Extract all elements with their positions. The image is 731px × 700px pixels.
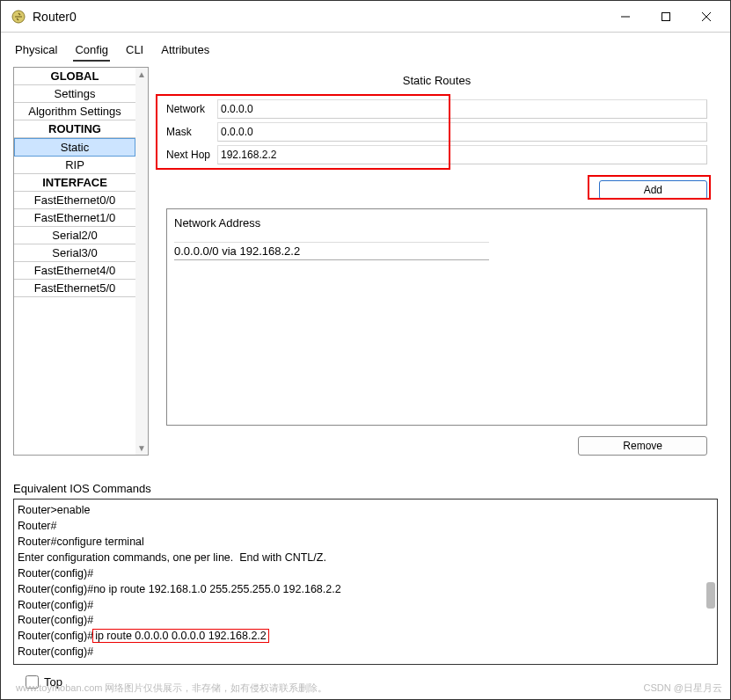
ios-line: Router>enable [18,504,90,516]
route-list: Network Address 0.0.0.0/0 via 192.168.2.… [166,208,707,426]
ios-label: Equivalent IOS Commands [13,464,718,499]
ios-line: Enter configuration commands, one per li… [18,551,326,564]
sidebar-header-global: GLOBAL [14,68,135,85]
ios-line: Router(config)# [18,567,93,580]
sidebar-header-interface: INTERFACE [14,174,135,192]
ios-line: Router#configure terminal [18,536,144,548]
titlebar: Router0 [1,1,730,33]
route-list-label: Network Address [174,216,699,230]
sidebar-item-fe10[interactable]: FastEthernet1/0 [14,209,135,227]
network-input[interactable] [217,99,707,119]
ios-line: Router(config)# [18,599,93,611]
ios-line: Router(config)#no ip route 192.168.1.0 2… [18,583,341,595]
svg-rect-2 [662,12,670,20]
panel-title: Static Routes [156,67,718,94]
scroll-down-icon[interactable]: ▼ [135,441,148,455]
sidebar-item-s20[interactable]: Serial2/0 [14,227,135,244]
ios-line: Router(config)# [18,645,93,658]
ios-line: Router(config)# [18,614,93,626]
sidebar-item-algorithm[interactable]: Algorithm Settings [14,103,135,120]
add-button[interactable]: Add [599,180,707,200]
network-label: Network [166,103,217,115]
remove-button[interactable]: Remove [578,436,707,456]
ios-line: Router# [18,520,56,532]
nexthop-label: Next Hop [166,149,217,161]
tab-physical[interactable]: Physical [13,40,59,62]
static-route-form: Network Mask Next Hop [156,94,718,177]
top-label: Top [44,675,62,689]
route-entry[interactable]: 0.0.0.0/0 via 192.168.2.2 [174,242,489,260]
close-button[interactable] [686,3,727,31]
ios-line-hl: ip route 0.0.0.0 0.0.0.0 192.168.2.2 [93,630,268,642]
tab-config[interactable]: Config [73,40,110,62]
sidebar-item-s30[interactable]: Serial3/0 [14,244,135,262]
sidebar-scrollbar[interactable]: ▲ ▼ [135,68,148,455]
sidebar-header-routing: ROUTING [14,120,135,138]
sidebar-item-fe00[interactable]: FastEthernet0/0 [14,192,135,209]
sidebar: GLOBAL Settings Algorithm Settings ROUTI… [13,67,149,456]
sidebar-item-static[interactable]: Static [14,138,135,157]
maximize-button[interactable] [646,3,686,31]
minimize-button[interactable] [605,3,646,31]
sidebar-item-fe40[interactable]: FastEthernet4/0 [14,262,135,280]
tab-attributes[interactable]: Attributes [159,40,211,62]
mask-label: Mask [166,126,217,138]
tab-cli[interactable]: CLI [124,40,145,62]
top-checkbox[interactable] [26,675,39,689]
window-title: Router0 [33,10,605,24]
nexthop-input[interactable] [217,145,707,164]
sidebar-item-rip[interactable]: RIP [14,157,135,174]
ios-console[interactable]: Router>enable Router# Router#configure t… [13,499,718,665]
scroll-up-icon[interactable]: ▲ [135,68,148,81]
sidebar-item-settings[interactable]: Settings [14,85,135,103]
sidebar-item-fe50[interactable]: FastEthernet5/0 [14,280,135,297]
ios-scrollbar[interactable] [706,582,715,609]
tab-bar: Physical Config CLI Attributes [1,33,730,62]
router-icon [10,8,27,26]
mask-input[interactable] [217,122,707,142]
ios-line: Router(config)# [18,630,93,642]
